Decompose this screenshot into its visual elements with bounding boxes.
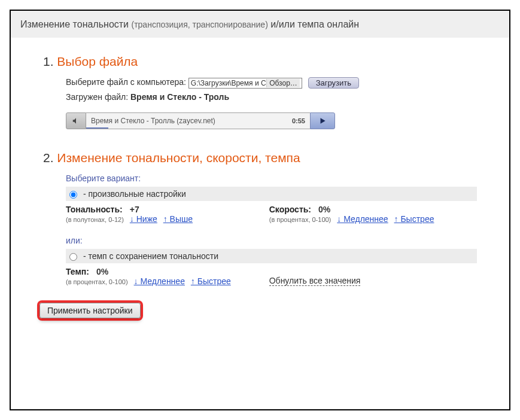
upload-button[interactable]: Загрузить: [308, 77, 359, 89]
file-input-path: G:\Загрузки\Время и С: [191, 79, 266, 87]
section2-title: 2. Изменение тональности, скорости, темп…: [43, 151, 477, 165]
player-progress-bar: [86, 127, 108, 129]
tonality-hint: (в полутонах, 0-12): [66, 216, 124, 223]
uploaded-prefix: Загружен файл:: [66, 92, 128, 102]
tonality-lower-link[interactable]: ↓ Ниже: [130, 214, 157, 224]
header-title-sub: (транспозиция, транспонирование): [132, 20, 268, 29]
radio-tempo-label: - темп с сохранением тональности: [83, 251, 218, 261]
variant-label: Выберите вариант:: [66, 174, 477, 183]
audio-player: Время и Стекло - Тролль (zaycev.net) 0:5…: [66, 112, 335, 129]
speed-faster-link[interactable]: ↑ Быстрее: [394, 214, 434, 224]
tempo-faster-link[interactable]: ↑ Быстрее: [191, 276, 231, 286]
file-choose-label: Выберите файл с компьютера:: [66, 77, 186, 87]
browse-button[interactable]: Обзор…: [266, 79, 300, 87]
speed-value: 0%: [318, 205, 330, 214]
radio-tempo[interactable]: [69, 253, 77, 261]
tempo-value: 0%: [96, 267, 108, 276]
volume-icon[interactable]: [66, 112, 86, 129]
file-choose-row: Выберите файл с компьютера: G:\Загрузки\…: [66, 77, 477, 89]
section1-title: 1. Выбор файла: [43, 54, 477, 69]
reset-block: Обнулить все значения: [269, 267, 477, 286]
speed-block: Скорость: 0% (в процентах, 0-100) ↓ Медл…: [269, 205, 477, 224]
radio-arbitrary-row[interactable]: - произвольные настройки: [66, 187, 477, 201]
tonality-block: Тональность: +7 (в полутонах, 0-12) ↓ Ни…: [66, 205, 255, 224]
track-title: Время и Стекло - Тролль (zaycev.net): [91, 117, 215, 125]
section1-heading: Выбор файла: [57, 54, 138, 68]
tempo-label: Темп:: [66, 267, 89, 276]
section2-num: 2.: [43, 151, 54, 165]
track-time: 0:55: [292, 117, 305, 124]
tonality-higher-link[interactable]: ↑ Выше: [163, 214, 193, 224]
speed-slower-link[interactable]: ↓ Медленнее: [337, 214, 388, 224]
header-title-tail: и/или темпа онлайн: [270, 19, 359, 29]
header-title-main: Изменение тональности: [20, 19, 129, 29]
play-button[interactable]: [310, 112, 335, 129]
app-frame: Изменение тональности (транспозиция, тра…: [10, 10, 510, 410]
reset-link[interactable]: Обнулить все значения: [269, 276, 361, 286]
apply-settings-button[interactable]: Применить настройки: [39, 303, 141, 318]
section2-heading: Изменение тональности, скорости, темпа: [57, 151, 300, 165]
speed-hint: (в процентах, 0-100): [269, 216, 332, 223]
tonality-label: Тональность:: [66, 205, 123, 214]
tonality-value: +7: [130, 205, 139, 214]
tempo-block: Темп: 0% (в процентах, 0-100) ↓ Медленне…: [66, 267, 255, 286]
player-track[interactable]: Время и Стекло - Тролль (zaycev.net) 0:5…: [86, 112, 310, 129]
page-header: Изменение тональности (транспозиция, тра…: [11, 11, 509, 38]
speed-label: Скорость:: [269, 205, 311, 214]
uploaded-line: Загружен файл: Время и Стекло - Троль: [66, 92, 477, 102]
radio-arbitrary[interactable]: [69, 191, 77, 199]
uploaded-filename: Время и Стекло - Троль: [130, 92, 229, 102]
section1-num: 1.: [43, 54, 54, 68]
radio-tempo-row[interactable]: - темп с сохранением тональности: [66, 249, 477, 263]
radio-arbitrary-label: - произвольные настройки: [83, 189, 186, 199]
or-label: или:: [66, 236, 477, 245]
tempo-hint: (в процентах, 0-100): [66, 278, 128, 285]
tempo-slower-link[interactable]: ↓ Медленнее: [134, 276, 185, 286]
file-input[interactable]: G:\Загрузки\Время и С Обзор…: [188, 78, 302, 89]
